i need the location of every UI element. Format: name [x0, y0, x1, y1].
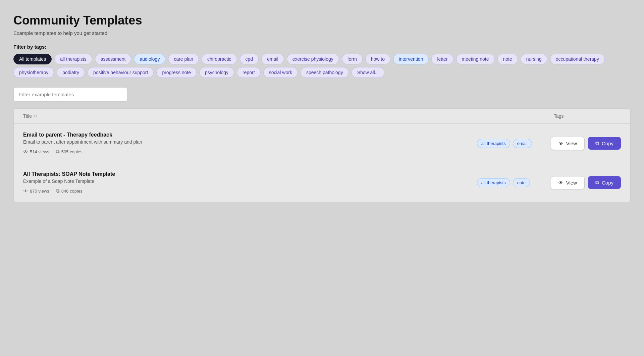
row-tags: all therapistsnote — [477, 178, 551, 187]
tag-btn-occupational-therapy[interactable]: occupational therapy — [550, 54, 605, 64]
row-content: All Therapists: SOAP Note Template Examp… — [23, 171, 477, 194]
views-stat: 👁 514 views — [23, 149, 49, 155]
row-tags: all therapistsemail — [477, 139, 551, 148]
tag-btn-speech-pathology[interactable]: speech pathology — [301, 67, 349, 78]
copy-label: Copy — [602, 180, 613, 186]
row-stats: 👁 514 views ⧉ 505 copies — [23, 149, 477, 155]
tag-btn-report[interactable]: report — [237, 67, 261, 78]
table-row: All Therapists: SOAP Note Template Examp… — [14, 163, 630, 202]
view-button[interactable]: 👁 View — [551, 137, 585, 150]
sort-icon[interactable]: ↑↓ — [33, 114, 37, 118]
row-title: All Therapists: SOAP Note Template — [23, 171, 477, 177]
tag-btn-progress-note[interactable]: progress note — [156, 67, 197, 78]
views-count: 870 views — [30, 189, 49, 194]
views-count: 514 views — [30, 149, 49, 154]
copies-count: 505 copies — [61, 149, 83, 154]
tag-btn-how-to[interactable]: how to — [365, 54, 390, 64]
copies-stat: ⧉ 505 copies — [56, 149, 83, 155]
view-label: View — [566, 180, 577, 186]
tag-btn-intervention[interactable]: intervention — [393, 54, 429, 64]
tag-btn-positive-behaviour-support[interactable]: positive behaviour support — [88, 67, 154, 78]
eye-btn-icon: 👁 — [558, 180, 564, 186]
view-button[interactable]: 👁 View — [551, 176, 585, 189]
tag-btn-nursing[interactable]: nursing — [521, 54, 547, 64]
tag-btn-letter[interactable]: letter — [431, 54, 453, 64]
page-title: Community Templates — [13, 13, 631, 28]
tag-btn-note[interactable]: note — [497, 54, 518, 64]
column-tags: Tags — [554, 113, 621, 119]
table-row: Email to parent - Therapy feedback Email… — [14, 124, 630, 163]
table-rows: Email to parent - Therapy feedback Email… — [14, 124, 630, 202]
copy-btn-icon: ⧉ — [595, 180, 599, 186]
tag-btn-psychology[interactable]: psychology — [199, 67, 234, 78]
tag-btn-physiotherapy[interactable]: physiotherapy — [13, 67, 54, 78]
copy-stat-icon: ⧉ — [56, 149, 60, 155]
tag-btn-cpd[interactable]: cpd — [240, 54, 259, 64]
tag-btn-social-work[interactable]: social work — [263, 67, 298, 78]
view-label: View — [566, 141, 577, 146]
tag-btn-all-templates[interactable]: All templates — [13, 54, 52, 64]
tag-btn-email[interactable]: email — [261, 54, 284, 64]
copy-label: Copy — [602, 141, 613, 146]
eye-icon: 👁 — [23, 149, 28, 155]
tag-btn-chiropractic[interactable]: chiropractic — [202, 54, 237, 64]
views-stat: 👁 870 views — [23, 188, 49, 194]
row-content: Email to parent - Therapy feedback Email… — [23, 132, 477, 155]
search-input[interactable] — [13, 87, 127, 102]
tag-btn-form[interactable]: form — [342, 54, 363, 64]
row-tag[interactable]: email — [513, 139, 532, 148]
column-title: Title ↑↓ — [23, 113, 554, 119]
templates-table: Title ↑↓ Tags Email to parent - Therapy … — [13, 108, 631, 202]
row-description: Email to parent after appointment with s… — [23, 139, 477, 145]
copy-btn-icon: ⧉ — [595, 140, 599, 146]
eye-btn-icon: 👁 — [558, 141, 564, 146]
eye-icon: 👁 — [23, 188, 28, 194]
row-tag[interactable]: all therapists — [477, 178, 510, 187]
tag-btn-podiatry[interactable]: podiatry — [57, 67, 85, 78]
tag-btn-care-plan[interactable]: care plan — [168, 54, 199, 64]
tag-btn-audiology[interactable]: audiology — [134, 54, 165, 64]
copy-stat-icon: ⧉ — [56, 188, 60, 194]
row-description: Example of a Soap Note Template — [23, 179, 477, 184]
copy-button[interactable]: ⧉ Copy — [588, 176, 621, 189]
row-stats: 👁 870 views ⧉ 846 copies — [23, 188, 477, 194]
table-header: Title ↑↓ Tags — [14, 109, 630, 124]
copies-stat: ⧉ 846 copies — [56, 188, 83, 194]
column-title-label: Title — [23, 113, 32, 119]
tag-btn-all-therapists[interactable]: all therapists — [54, 54, 92, 64]
row-actions: 👁 View ⧉ Copy — [551, 137, 621, 150]
tags-container: All templatesall therapistsassessmentaud… — [13, 54, 631, 78]
filter-label: Filter by tags: — [13, 44, 631, 50]
copy-button[interactable]: ⧉ Copy — [588, 137, 621, 150]
tag-btn-exercise-physiology[interactable]: exercise physiology — [287, 54, 339, 64]
tag-btn-meeting-note[interactable]: meeting note — [456, 54, 495, 64]
copies-count: 846 copies — [61, 189, 83, 194]
page-subtitle: Example templates to help you get starte… — [13, 30, 631, 36]
tag-btn-assessment[interactable]: assessment — [95, 54, 131, 64]
row-actions: 👁 View ⧉ Copy — [551, 176, 621, 189]
row-title: Email to parent - Therapy feedback — [23, 132, 477, 138]
row-tag[interactable]: all therapists — [477, 139, 510, 148]
tag-btn-show-all[interactable]: Show all... — [352, 67, 385, 78]
row-tag[interactable]: note — [513, 178, 530, 187]
